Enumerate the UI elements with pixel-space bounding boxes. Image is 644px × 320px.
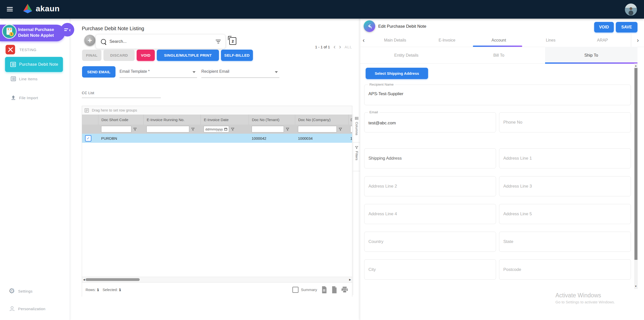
sidebar-item-testing[interactable]: TESTING bbox=[6, 45, 36, 54]
row-group-dropzone[interactable]: Drag here to set row groups bbox=[82, 106, 352, 115]
next-page-icon[interactable]: › bbox=[339, 44, 341, 50]
funnel-icon[interactable] bbox=[133, 128, 137, 131]
export-csv-icon[interactable] bbox=[321, 286, 327, 293]
scroll-right-icon[interactable]: ▶ bbox=[349, 278, 351, 281]
table-row[interactable]: ✓ PURDBN 1000042 1000034 1 bbox=[82, 134, 352, 143]
tab-account[interactable]: Account bbox=[473, 33, 525, 47]
prev-page-icon[interactable]: ‹ bbox=[333, 44, 335, 50]
back-button[interactable] bbox=[364, 20, 375, 32]
caret-down-icon bbox=[193, 71, 196, 73]
shipping-address-field[interactable]: Shipping Address bbox=[364, 148, 496, 168]
funnel-icon[interactable] bbox=[191, 128, 195, 131]
address-line-5-field[interactable]: Address Line 5 bbox=[499, 204, 631, 224]
print-icon[interactable] bbox=[341, 287, 348, 293]
doc-short-code-filter-input[interactable] bbox=[101, 126, 131, 132]
scroll-left-icon[interactable]: ◀ bbox=[83, 278, 85, 281]
doc-no-tenant-filter-input[interactable] bbox=[252, 126, 284, 132]
scroll-up-icon[interactable]: ▲ bbox=[635, 64, 637, 67]
scrollbar-thumb[interactable] bbox=[634, 68, 637, 260]
postcode-field[interactable]: Postcode bbox=[499, 259, 631, 280]
column-header[interactable]: E-Invoice Running No. bbox=[143, 115, 201, 125]
address-line-2-field[interactable]: Address Line 2 bbox=[364, 176, 496, 196]
pagination-all-button[interactable]: ALL bbox=[345, 45, 352, 49]
editor-vertical-scrollbar[interactable]: ▲ ▼ bbox=[634, 63, 638, 289]
rows-label: Rows: bbox=[86, 288, 96, 292]
row-checkbox-checked[interactable]: ✓ bbox=[85, 135, 91, 141]
tabs-scroll-left-icon[interactable]: ‹ bbox=[363, 37, 365, 44]
add-record-button[interactable]: + bbox=[84, 35, 95, 46]
truncated-filter-input[interactable] bbox=[350, 126, 352, 132]
cell-e-invoice-date bbox=[201, 134, 249, 143]
country-field[interactable]: Country bbox=[364, 232, 496, 252]
email-field[interactable]: Email test@abc.com bbox=[364, 112, 496, 132]
funnel-icon[interactable] bbox=[231, 128, 234, 131]
sidebar-item-file-import[interactable]: File Import bbox=[11, 95, 38, 100]
subtab-entity-details[interactable]: Entity Details bbox=[360, 47, 452, 63]
tab-e-invoice[interactable]: E-Invoice bbox=[421, 33, 473, 47]
search-input[interactable]: Search... bbox=[96, 34, 225, 49]
tabs-scroll-right[interactable]: › bbox=[631, 33, 644, 47]
address-line-4-field[interactable]: Address Line 4 bbox=[364, 204, 496, 224]
calendar-icon[interactable] bbox=[224, 128, 227, 131]
doc-no-company-filter-input[interactable] bbox=[298, 126, 337, 132]
user-avatar[interactable] bbox=[625, 4, 637, 16]
sidebar-collapse-button[interactable]: ‹ bbox=[61, 23, 74, 37]
e-invoice-running-no-filter-input[interactable] bbox=[146, 126, 189, 132]
send-email-button[interactable]: SEND EMAIL bbox=[82, 66, 116, 78]
column-header[interactable]: Doc No (Company) bbox=[295, 115, 348, 125]
columns-side-tab[interactable]: Columns bbox=[353, 114, 360, 143]
recipient-name-field[interactable]: Recipient Name APS-Test-Supplier bbox=[364, 85, 631, 105]
list-icon bbox=[10, 61, 16, 67]
e-invoice-date-filter-input[interactable]: dd/mm/yyyy bbox=[204, 126, 229, 132]
filter-list-icon[interactable] bbox=[216, 39, 221, 44]
tab-lines[interactable]: Lines bbox=[525, 33, 577, 47]
grid-horizontal-scrollbar[interactable]: ◀ ▶ bbox=[82, 277, 352, 282]
phone-no-field[interactable]: Phone No bbox=[499, 112, 631, 132]
void-button[interactable]: VOID bbox=[137, 50, 155, 61]
scroll-down-icon[interactable]: ▼ bbox=[635, 285, 637, 288]
self-billed-button[interactable]: SELF-BILLED bbox=[221, 50, 253, 61]
activate-windows-watermark: Activate Windows bbox=[555, 292, 601, 299]
tab-main-details[interactable]: Main Details bbox=[369, 33, 421, 47]
subtab-ship-to[interactable]: Ship To bbox=[545, 47, 637, 63]
summary-checkbox[interactable] bbox=[292, 287, 298, 293]
person-icon bbox=[9, 306, 15, 312]
discard-button[interactable]: DISCARD bbox=[103, 50, 135, 61]
single-multiple-print-button[interactable]: SINGLE/MULTIPLE PRINT bbox=[157, 50, 219, 61]
column-header[interactable]: E-Invoice Date bbox=[201, 115, 249, 125]
export-file-icon[interactable] bbox=[331, 286, 337, 293]
sidebar-item-personalization[interactable]: Personalization bbox=[9, 306, 46, 312]
sidebar-item-purchase-debit-note[interactable]: Purchase Debit Note bbox=[5, 57, 63, 72]
column-header[interactable]: Doc Short Code bbox=[98, 115, 143, 125]
select-shipping-address-button[interactable]: Select Shipping Address bbox=[366, 68, 428, 79]
tab-arap[interactable]: ARAP bbox=[577, 33, 628, 47]
column-header[interactable]: Doc No (Tenant) bbox=[249, 115, 295, 125]
data-grid: Drag here to set row groups Doc Short Co… bbox=[82, 106, 352, 297]
scrollbar-thumb[interactable] bbox=[86, 278, 140, 281]
email-template-select[interactable]: Email Template * bbox=[120, 66, 197, 78]
search-placeholder: Search... bbox=[109, 39, 127, 44]
address-line-1-field[interactable]: Address Line 1 bbox=[499, 148, 631, 168]
cc-list-input[interactable]: CC List bbox=[82, 91, 161, 98]
pagination: 1 - 1 of 1 ‹ › ALL bbox=[315, 44, 352, 50]
sidebar-item-label: Settings bbox=[18, 289, 32, 293]
cell-e-invoice-running-no bbox=[143, 134, 201, 143]
address-line-3-field[interactable]: Address Line 3 bbox=[499, 176, 631, 196]
state-field[interactable]: State bbox=[499, 232, 631, 252]
void-document-button[interactable]: VOID bbox=[594, 22, 614, 32]
hamburger-menu-icon[interactable] bbox=[7, 7, 13, 12]
city-field[interactable]: City bbox=[364, 259, 496, 280]
sidebar-item-settings[interactable]: ⚙ Settings bbox=[9, 288, 33, 295]
funnel-icon[interactable] bbox=[286, 128, 289, 131]
subtab-bill-to[interactable]: Bill To bbox=[452, 47, 545, 63]
caret-down-icon bbox=[275, 71, 278, 73]
column-header[interactable]: D bbox=[348, 115, 352, 125]
sidebar-item-line-items[interactable]: Line Items bbox=[11, 76, 37, 82]
final-button[interactable]: FINAL bbox=[82, 50, 101, 61]
recipient-email-select[interactable]: Recipient Email bbox=[201, 66, 279, 78]
funnel-icon[interactable] bbox=[339, 128, 342, 131]
selected-count: 1 bbox=[119, 288, 121, 292]
save-button[interactable]: SAVE bbox=[616, 22, 637, 32]
filters-side-tab[interactable]: Filters bbox=[353, 144, 360, 171]
duplicate-view-icon[interactable]: 2 bbox=[229, 37, 236, 45]
